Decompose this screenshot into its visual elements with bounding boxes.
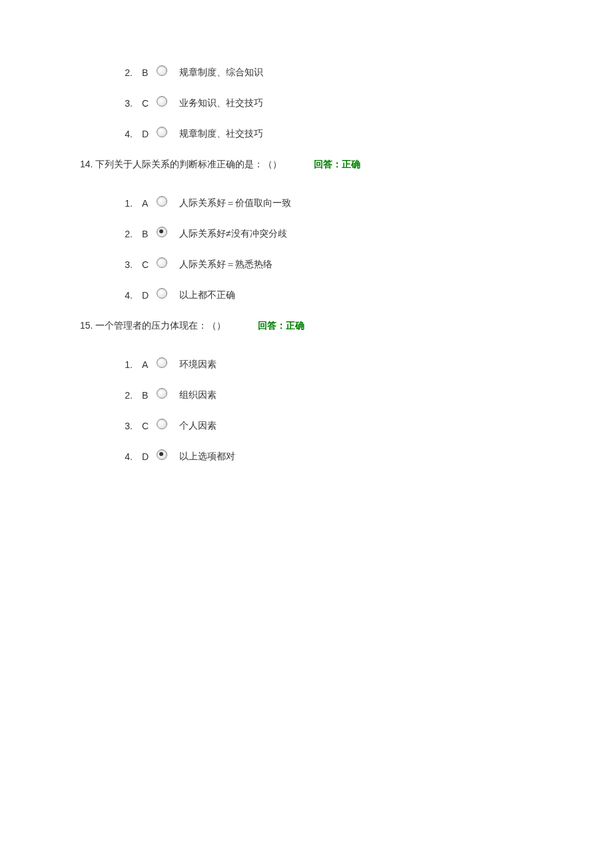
option-text: 规章制度、综合知识 [179, 67, 263, 79]
option-letter: B [142, 390, 151, 401]
option-text: 环境因素 [179, 359, 217, 371]
option-row: 3. C 人际关系好＝熟悉热络 [80, 259, 613, 271]
option-row: 3. C 业务知识、社交技巧 [80, 97, 613, 109]
question-number: 14. [80, 159, 93, 169]
option-letter: B [142, 67, 151, 78]
question-row: 15. 一个管理者的压力体现在：（） 回答：正确 [80, 320, 613, 332]
option-number: 3. [117, 259, 133, 270]
option-text: 个人因素 [179, 420, 217, 432]
option-text: 人际关系好≠没有冲突分歧 [179, 228, 287, 240]
option-number: 4. [117, 129, 133, 139]
option-number: 4. [117, 290, 133, 301]
option-row: 4. D 以上选项都对 [80, 451, 613, 463]
radio-button[interactable] [157, 257, 167, 268]
radio-button[interactable] [157, 227, 167, 237]
option-letter: D [142, 451, 151, 462]
option-letter: D [142, 290, 151, 301]
quiz-content: 2. B 规章制度、综合知识 3. C 业务知识、社交技巧 4. D 规章制度、… [0, 0, 613, 463]
radio-button[interactable] [157, 127, 167, 137]
option-letter: C [142, 421, 151, 431]
option-text: 人际关系好＝价值取向一致 [179, 197, 291, 209]
radio-button[interactable] [157, 419, 167, 429]
radio-button[interactable] [157, 196, 167, 207]
option-number: 1. [117, 359, 133, 370]
option-text: 人际关系好＝熟悉热络 [179, 259, 273, 271]
option-letter: A [142, 198, 151, 209]
radio-button[interactable] [157, 96, 167, 107]
radio-button[interactable] [157, 388, 167, 399]
radio-button[interactable] [157, 449, 167, 460]
option-number: 1. [117, 198, 133, 209]
option-number: 3. [117, 421, 133, 431]
option-text: 规章制度、社交技巧 [179, 128, 263, 140]
question-text: 一个管理者的压力体现在：（） [95, 320, 226, 332]
option-row: 4. D 以上都不正确 [80, 289, 613, 301]
option-number: 2. [117, 229, 133, 239]
option-letter: C [142, 98, 151, 109]
option-number: 2. [117, 390, 133, 401]
option-letter: D [142, 129, 151, 139]
option-row: 2. B 规章制度、综合知识 [80, 67, 613, 79]
option-row: 4. D 规章制度、社交技巧 [80, 128, 613, 140]
option-number: 3. [117, 98, 133, 109]
answer-status: 回答：正确 [258, 320, 305, 332]
question-text: 下列关于人际关系的判断标准正确的是：（） [95, 159, 282, 171]
option-letter: B [142, 229, 151, 239]
question-row: 14. 下列关于人际关系的判断标准正确的是：（） 回答：正确 [80, 159, 613, 171]
option-text: 组织因素 [179, 389, 217, 401]
radio-button[interactable] [157, 357, 167, 368]
option-text: 以上选项都对 [179, 451, 235, 463]
option-row: 2. B 人际关系好≠没有冲突分歧 [80, 228, 613, 240]
option-row: 3. C 个人因素 [80, 420, 613, 432]
question-number: 15. [80, 320, 93, 331]
option-text: 以上都不正确 [179, 289, 235, 301]
option-number: 2. [117, 67, 133, 78]
option-text: 业务知识、社交技巧 [179, 97, 263, 109]
option-row: 1. A 环境因素 [80, 359, 613, 371]
option-row: 2. B 组织因素 [80, 389, 613, 401]
option-letter: A [142, 359, 151, 370]
radio-button[interactable] [157, 65, 167, 76]
radio-button[interactable] [157, 288, 167, 299]
option-letter: C [142, 259, 151, 270]
option-number: 4. [117, 451, 133, 462]
answer-status: 回答：正确 [314, 159, 360, 171]
option-row: 1. A 人际关系好＝价值取向一致 [80, 197, 613, 209]
